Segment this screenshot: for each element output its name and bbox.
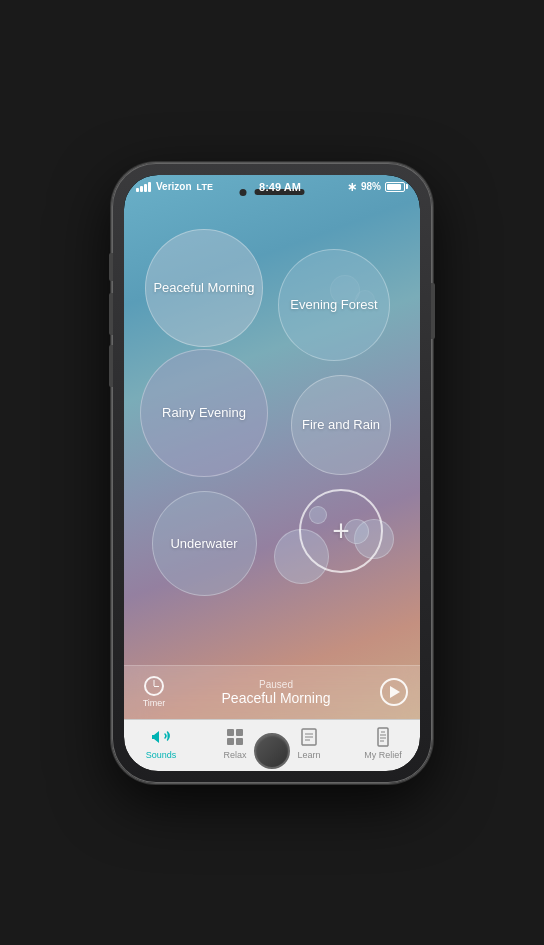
play-icon <box>390 686 400 698</box>
bluetooth-icon: ∗ <box>347 180 357 194</box>
mute-button[interactable] <box>109 253 113 281</box>
bubble-peaceful-morning[interactable]: Peaceful Morning <box>145 229 263 347</box>
status-right: ∗ 98% <box>347 180 408 194</box>
add-icon: + <box>332 514 350 548</box>
home-button[interactable] <box>254 733 290 769</box>
tab-learn-label: Learn <box>297 750 320 760</box>
player-track: Peaceful Morning <box>222 690 331 706</box>
relax-icon <box>224 726 246 748</box>
network-type: LTE <box>197 182 213 192</box>
sounds-icon <box>150 726 172 748</box>
bubble-underwater[interactable]: Underwater <box>152 491 257 596</box>
status-left: Verizon LTE <box>136 181 213 192</box>
player-status: Paused <box>259 679 293 690</box>
learn-icon <box>298 726 320 748</box>
my-relief-icon <box>372 726 394 748</box>
carrier-label: Verizon <box>156 181 192 192</box>
main-content: Peaceful Morning Rainy Evening Underwate… <box>124 175 420 719</box>
svg-rect-0 <box>227 729 234 736</box>
volume-down-button[interactable] <box>109 345 113 387</box>
bubbles-container: Peaceful Morning Rainy Evening Underwate… <box>124 199 420 719</box>
status-bar: Verizon LTE 8:49 AM ∗ 98% <box>124 175 420 199</box>
tab-sounds[interactable]: Sounds <box>124 720 198 771</box>
tab-my-relief-label: My Relief <box>364 750 402 760</box>
player-info: Paused Peaceful Morning <box>180 679 372 706</box>
phone-device: Verizon LTE 8:49 AM ∗ 98% <box>112 163 432 783</box>
volume-up-button[interactable] <box>109 293 113 335</box>
bubble-add-new[interactable]: + <box>299 489 383 573</box>
svg-rect-8 <box>378 728 388 746</box>
bubble-fire-and-rain[interactable]: Fire and Rain <box>291 375 391 475</box>
app-screen: Verizon LTE 8:49 AM ∗ 98% <box>124 175 420 771</box>
player-bar: Timer Paused Peaceful Morning <box>124 665 420 719</box>
tab-my-relief[interactable]: My Relief <box>346 720 420 771</box>
battery-icon <box>385 182 408 192</box>
power-button[interactable] <box>431 283 435 339</box>
tab-relax-label: Relax <box>223 750 246 760</box>
bubbles-left-col: Peaceful Morning Rainy Evening Underwate… <box>140 229 268 711</box>
bubble-evening-forest[interactable]: Evening Forest <box>278 249 390 361</box>
tab-sounds-label: Sounds <box>146 750 177 760</box>
bubbles-right-col: Evening Forest Fire and Rain + <box>278 229 404 711</box>
phone-screen: Verizon LTE 8:49 AM ∗ 98% <box>124 175 420 771</box>
svg-rect-1 <box>236 729 243 736</box>
svg-rect-2 <box>227 738 234 745</box>
timer-label: Timer <box>143 698 166 708</box>
timer-icon <box>144 676 164 696</box>
clock: 8:49 AM <box>259 181 301 193</box>
timer-control[interactable]: Timer <box>136 676 172 708</box>
svg-rect-3 <box>236 738 243 745</box>
bubble-rainy-evening[interactable]: Rainy Evening <box>140 349 268 477</box>
play-button[interactable] <box>380 678 408 706</box>
signal-bars <box>136 182 151 192</box>
battery-pct: 98% <box>361 181 381 192</box>
